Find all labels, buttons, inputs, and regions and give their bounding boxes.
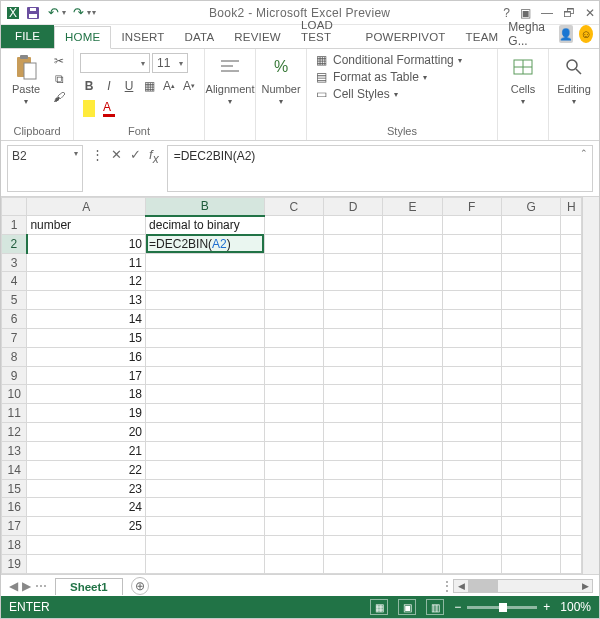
row-header[interactable]: 5 bbox=[2, 291, 27, 310]
name-box[interactable]: B2▾ bbox=[7, 145, 83, 192]
cell[interactable] bbox=[146, 291, 265, 310]
cell[interactable] bbox=[323, 441, 382, 460]
cut-icon[interactable]: ✂ bbox=[51, 53, 67, 69]
undo-icon[interactable]: ↶ bbox=[45, 5, 61, 21]
cell[interactable] bbox=[146, 253, 265, 272]
page-break-view-button[interactable]: ▥ bbox=[426, 599, 444, 615]
cell[interactable] bbox=[442, 460, 501, 479]
col-header-h[interactable]: H bbox=[561, 198, 582, 216]
underline-button[interactable]: U bbox=[120, 77, 138, 95]
cell[interactable]: 24 bbox=[27, 498, 146, 517]
cell[interactable] bbox=[501, 536, 560, 555]
page-layout-view-button[interactable]: ▣ bbox=[398, 599, 416, 615]
sheet-nav-prev-icon[interactable]: ◀ bbox=[9, 579, 18, 593]
row-header[interactable]: 15 bbox=[2, 479, 27, 498]
cell-styles-button[interactable]: ▭Cell Styles▾ bbox=[313, 87, 398, 101]
cell[interactable] bbox=[561, 272, 582, 291]
tab-review[interactable]: REVIEW bbox=[224, 27, 291, 48]
zoom-level[interactable]: 100% bbox=[560, 600, 591, 614]
cell[interactable] bbox=[561, 460, 582, 479]
cell[interactable] bbox=[323, 385, 382, 404]
cell[interactable] bbox=[27, 536, 146, 555]
cell[interactable] bbox=[383, 441, 442, 460]
sheet-tab-sheet1[interactable]: Sheet1 bbox=[55, 578, 123, 595]
cell[interactable] bbox=[442, 253, 501, 272]
format-as-table-button[interactable]: ▤Format as Table▾ bbox=[313, 70, 427, 84]
cell[interactable] bbox=[442, 366, 501, 385]
cell[interactable] bbox=[383, 328, 442, 347]
minimize-icon[interactable]: — bbox=[541, 6, 553, 20]
number-button[interactable]: % Number ▾ bbox=[262, 53, 300, 106]
row-header[interactable]: 3 bbox=[2, 253, 27, 272]
cell[interactable] bbox=[442, 216, 501, 235]
cell[interactable] bbox=[383, 554, 442, 573]
cell[interactable] bbox=[264, 216, 323, 235]
cell[interactable] bbox=[264, 234, 323, 253]
cell[interactable] bbox=[264, 554, 323, 573]
tab-data[interactable]: DATA bbox=[175, 27, 225, 48]
cell[interactable] bbox=[561, 234, 582, 253]
normal-view-button[interactable]: ▦ bbox=[370, 599, 388, 615]
cell[interactable] bbox=[146, 404, 265, 423]
cell[interactable] bbox=[501, 385, 560, 404]
cell[interactable] bbox=[323, 536, 382, 555]
save-icon[interactable] bbox=[25, 5, 41, 21]
cell[interactable] bbox=[561, 291, 582, 310]
cell[interactable] bbox=[561, 328, 582, 347]
cell[interactable]: 19 bbox=[27, 404, 146, 423]
cell[interactable]: 14 bbox=[27, 310, 146, 329]
cell[interactable] bbox=[264, 479, 323, 498]
cell[interactable] bbox=[383, 216, 442, 235]
cell[interactable] bbox=[323, 253, 382, 272]
row-header[interactable]: 9 bbox=[2, 366, 27, 385]
increase-font-icon[interactable]: A▴ bbox=[160, 77, 178, 95]
cell[interactable]: 18 bbox=[27, 385, 146, 404]
cell[interactable] bbox=[264, 498, 323, 517]
cell[interactable] bbox=[501, 404, 560, 423]
cell[interactable] bbox=[442, 536, 501, 555]
cell[interactable] bbox=[501, 272, 560, 291]
cell[interactable] bbox=[146, 536, 265, 555]
row-header[interactable]: 19 bbox=[2, 554, 27, 573]
cell[interactable]: 13 bbox=[27, 291, 146, 310]
border-button[interactable]: ▦ bbox=[140, 77, 158, 95]
cell[interactable]: 15 bbox=[27, 328, 146, 347]
cell[interactable]: decimal to binary bbox=[146, 216, 265, 235]
cell[interactable] bbox=[146, 366, 265, 385]
cell[interactable]: 20 bbox=[27, 423, 146, 442]
col-header-a[interactable]: A bbox=[27, 198, 146, 216]
alignment-button[interactable]: Alignment ▾ bbox=[211, 53, 249, 106]
cell[interactable] bbox=[561, 253, 582, 272]
cancel-formula-icon[interactable]: ✕ bbox=[111, 147, 122, 162]
cell[interactable] bbox=[323, 310, 382, 329]
cell[interactable] bbox=[323, 517, 382, 536]
cell[interactable] bbox=[501, 328, 560, 347]
cell[interactable] bbox=[442, 554, 501, 573]
col-header-g[interactable]: G bbox=[501, 198, 560, 216]
cell[interactable] bbox=[561, 423, 582, 442]
cell[interactable] bbox=[442, 291, 501, 310]
cell[interactable] bbox=[383, 460, 442, 479]
select-all-button[interactable] bbox=[2, 198, 27, 216]
conditional-formatting-button[interactable]: ▦Conditional Formatting▾ bbox=[313, 53, 462, 67]
cell[interactable] bbox=[501, 423, 560, 442]
bold-button[interactable]: B bbox=[80, 77, 98, 95]
cell[interactable] bbox=[264, 347, 323, 366]
cell[interactable] bbox=[146, 385, 265, 404]
cell[interactable] bbox=[323, 460, 382, 479]
tab-powerpivot[interactable]: POWERPIVOT bbox=[356, 27, 456, 48]
paste-button[interactable]: Paste ▾ bbox=[7, 53, 45, 106]
cell[interactable] bbox=[501, 517, 560, 536]
cell[interactable] bbox=[501, 291, 560, 310]
cell[interactable] bbox=[561, 554, 582, 573]
cell[interactable] bbox=[146, 479, 265, 498]
cell[interactable] bbox=[323, 423, 382, 442]
sheet-nav-next-icon[interactable]: ▶ bbox=[22, 579, 31, 593]
cell[interactable] bbox=[501, 441, 560, 460]
cell[interactable] bbox=[383, 517, 442, 536]
cell[interactable] bbox=[323, 328, 382, 347]
cell[interactable] bbox=[501, 310, 560, 329]
cell[interactable] bbox=[501, 498, 560, 517]
cell[interactable] bbox=[264, 517, 323, 536]
cell[interactable] bbox=[442, 272, 501, 291]
